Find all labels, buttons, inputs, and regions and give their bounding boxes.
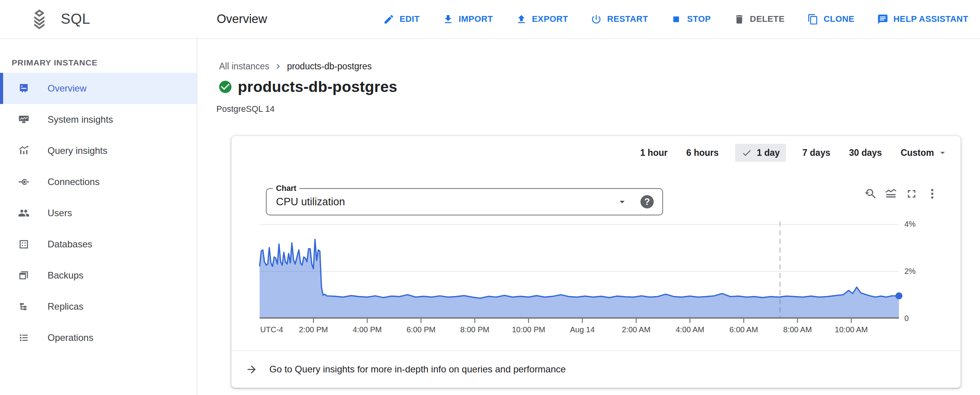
x-axis-label: 4:00 PM xyxy=(353,325,382,334)
action-label: EDIT xyxy=(400,14,420,24)
sidebar-item-overview[interactable]: Overview xyxy=(0,73,197,104)
edit-icon xyxy=(383,14,394,25)
sidebar-section-label: PRIMARY INSTANCE xyxy=(12,58,197,67)
help-assistant-button[interactable]: HELP ASSISTANT xyxy=(877,14,968,25)
sidebar-item-label: Backups xyxy=(48,270,83,281)
replicas-icon xyxy=(18,301,30,312)
latest-point xyxy=(895,293,902,300)
page-title: Overview xyxy=(217,12,267,26)
range-7-days[interactable]: 7 days xyxy=(800,144,833,162)
breadcrumb: All instances products-db-postgres xyxy=(219,61,371,72)
sidebar-item-system-insights[interactable]: System insights xyxy=(0,104,197,135)
range-30-days[interactable]: 30 days xyxy=(847,144,884,162)
breadcrumb-all-instances-link[interactable]: All instances xyxy=(219,61,269,72)
connections-icon xyxy=(18,176,30,188)
restart-icon xyxy=(591,14,602,25)
range-label: 1 hour xyxy=(640,148,667,158)
export-button[interactable]: EXPORT xyxy=(516,14,568,25)
import-button[interactable]: IMPORT xyxy=(442,14,493,25)
more-vert-icon[interactable] xyxy=(926,187,939,200)
range-label: Custom xyxy=(900,148,934,158)
instance-version: PostgreSQL 14 xyxy=(216,104,275,114)
range-label: 6 hours xyxy=(686,148,718,158)
range-1-day[interactable]: 1 day xyxy=(735,144,786,162)
chart-select-value: CPU utilization xyxy=(276,189,345,215)
action-label: CLONE xyxy=(824,14,854,24)
delete-button[interactable]: DELETE xyxy=(734,14,785,25)
action-label: DELETE xyxy=(750,14,785,24)
x-axis-label: 2:00 AM xyxy=(622,325,650,334)
import-icon xyxy=(442,14,454,25)
top-bar: SQL Overview EDITIMPORTEXPORTRESTARTSTOP… xyxy=(0,0,980,39)
help-assistant-icon xyxy=(877,14,888,25)
checkmark-icon xyxy=(741,148,757,158)
action-label: EXPORT xyxy=(532,14,568,24)
sidebar-item-connections[interactable]: Connections xyxy=(0,166,197,198)
status-check-circle-icon xyxy=(218,79,233,94)
x-axis-label: 10:00 PM xyxy=(512,325,545,334)
breadcrumb-current: products-db-postgres xyxy=(287,61,371,72)
action-label: HELP ASSISTANT xyxy=(893,14,968,24)
range-label: 30 days xyxy=(849,148,882,158)
sidebar-item-replicas[interactable]: Replicas xyxy=(0,291,197,322)
toolbar-actions: EDITIMPORTEXPORTRESTARTSTOPDELETECLONEHE… xyxy=(383,14,980,25)
range-label: 7 days xyxy=(802,148,830,158)
query-insights-link[interactable]: Go to Query insights for more in-depth i… xyxy=(232,351,961,388)
chart-toolbar xyxy=(864,187,939,200)
query-insights-link-text: Go to Query insights for more in-depth i… xyxy=(269,364,566,375)
query-insights-icon xyxy=(18,145,30,157)
y-axis-label: 2% xyxy=(904,266,916,276)
clone-icon xyxy=(807,14,819,25)
sidebar-item-operations[interactable]: Operations xyxy=(0,322,197,353)
clone-button[interactable]: CLONE xyxy=(807,14,854,25)
restart-button[interactable]: RESTART xyxy=(591,14,648,25)
sidebar-item-label: System insights xyxy=(48,114,113,125)
range-custom[interactable]: Custom xyxy=(898,144,950,162)
sidebar-item-label: Connections xyxy=(48,176,99,187)
range-6-hours[interactable]: 6 hours xyxy=(684,144,721,162)
product-name: SQL xyxy=(61,11,90,27)
stop-button[interactable]: STOP xyxy=(670,14,711,25)
x-axis-label: 2:00 PM xyxy=(299,325,328,334)
operations-icon xyxy=(18,332,30,344)
y-axis-label: 0 xyxy=(904,313,909,323)
dropdown-caret-icon xyxy=(616,196,628,208)
main-content: All instances products-db-postgres produ… xyxy=(198,39,980,395)
x-axis-label: UTC-4 xyxy=(260,325,283,334)
sidebar-item-label: Operations xyxy=(48,332,93,343)
action-label: RESTART xyxy=(607,14,648,24)
metrics-card: 1 hour6 hours1 day7 days30 daysCustom Ch… xyxy=(231,136,961,388)
action-label: IMPORT xyxy=(459,14,493,24)
sidebar-item-users[interactable]: Users xyxy=(0,198,197,229)
range-label: 1 day xyxy=(757,148,780,158)
export-icon xyxy=(516,14,527,25)
help-icon[interactable]: ? xyxy=(640,195,654,208)
cpu-utilization-chart xyxy=(260,224,899,318)
sidebar-nav: OverviewSystem insightsQuery insightsCon… xyxy=(0,73,197,353)
backups-icon xyxy=(18,270,30,281)
sidebar-item-backups[interactable]: Backups xyxy=(0,260,197,291)
databases-icon xyxy=(18,238,30,250)
x-axis-label: 4:00 AM xyxy=(676,325,704,334)
chart-metric-select[interactable]: Chart CPU utilization ? xyxy=(266,188,663,215)
arrow-right-icon xyxy=(246,363,258,376)
fullscreen-icon[interactable] xyxy=(905,187,918,200)
range-1-hour[interactable]: 1 hour xyxy=(638,144,670,162)
x-axis-label: 6:00 PM xyxy=(407,325,435,334)
x-axis-label: 8:00 AM xyxy=(783,325,812,334)
sidebar-item-label: Databases xyxy=(48,239,92,250)
sidebar-item-query-insights[interactable]: Query insights xyxy=(0,135,197,166)
action-label: STOP xyxy=(687,14,711,24)
zoom-reset-icon[interactable] xyxy=(864,187,877,200)
caret-down-icon xyxy=(934,147,948,158)
product-brand: SQL xyxy=(0,9,197,30)
users-icon xyxy=(18,207,30,219)
sidebar-item-label: Replicas xyxy=(48,301,83,312)
edit-button[interactable]: EDIT xyxy=(383,14,420,25)
time-range-selector: 1 hour6 hours1 day7 days30 daysCustom xyxy=(638,144,950,162)
instance-title: products-db-postgres xyxy=(238,78,397,95)
stop-icon xyxy=(670,14,682,25)
sidebar-item-databases[interactable]: Databases xyxy=(0,229,197,260)
area-chart-icon[interactable] xyxy=(884,187,897,200)
sidebar-item-label: Users xyxy=(48,208,72,219)
